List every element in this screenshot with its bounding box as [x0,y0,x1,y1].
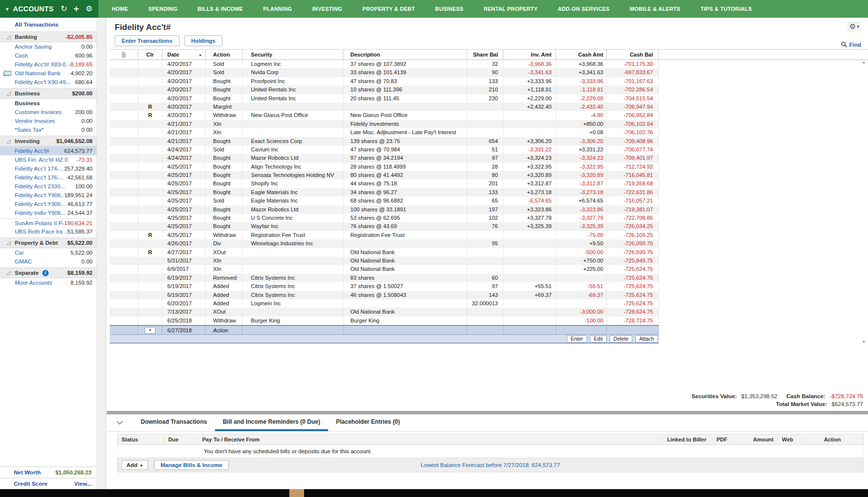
collapse-triangle-icon[interactable] [6,91,11,96]
account-item-ubs-fin-acc-t-hz-0[interactable]: UBS Fin. Acc't# HZ 0-73.31 [0,155,96,164]
account-item-old-national-bank[interactable]: Old National Bank4,902.20 [0,69,96,78]
transaction-row[interactable]: 4/25/2017BoughtEagle Materials Inc34 sha… [110,188,659,197]
account-group-banking[interactable]: Banking-$2,005.85 [0,31,96,42]
nav-item-bills-income[interactable]: BILLS & INCOME [197,6,243,12]
reminders-column-pdf[interactable]: PDF [713,437,735,442]
account-item-fidelity-acc-t-y906[interactable]: Fidelity Acc't Y906...189,951.24 [0,191,96,200]
transaction-row[interactable]: 4/25/2017BoughtSensata Technologies Hold… [110,171,659,179]
transaction-row[interactable]: R4/20/2017MargInt+2,432.40-2,432.40-706,… [110,103,659,111]
entry-inv-field[interactable] [503,326,556,334]
credit-score-view-link[interactable]: View... [74,481,92,487]
collapse-triangle-icon[interactable] [6,139,11,144]
transaction-row[interactable]: 4/21/2017BoughtExact Sciences Corp139 sh… [110,137,659,146]
account-item-more-accounts[interactable]: More Accounts8,159.92 [0,278,96,287]
account-item-ubs-roth-pace-ira[interactable]: UBS Roth Pace Ira ...51,585.37 [0,227,96,236]
account-item-fidelity-acc-t-174[interactable]: Fidelity Acc't 174-...257,329.40 [0,164,96,173]
entry-cash-field[interactable] [556,326,607,334]
reminders-column-status[interactable]: Status [118,437,164,442]
enter-button[interactable]: Enter [567,335,587,343]
register-actions-menu[interactable]: ⚙▾ [847,22,861,31]
account-item-fidelity-acc-t[interactable]: Fidelity Acc't#624,573.77 [0,146,96,155]
account-group-investing[interactable]: Investing$1,046,552.08 [0,136,96,146]
add-account-icon[interactable]: + [74,4,79,13]
info-icon[interactable]: i [42,270,49,276]
transaction-row[interactable]: 6/19/2017RemovedCitrix Systems Inc83 sha… [110,274,659,282]
account-item-fidelity-acc-t-176[interactable]: Fidelity Acc't 176-...42,561.68 [0,173,96,182]
reminders-column-pay-to-receive-from[interactable]: Pay To / Receive From [198,437,663,442]
transaction-row[interactable]: R4/27/2017XOutOld National Bank-500.00-7… [110,248,659,257]
transaction-row[interactable]: 4/20/2017SoldNvida Corp33 shares @ 101.4… [110,68,659,77]
taskbar-app-indicator[interactable] [289,489,304,497]
account-item-fidelity-acc-t-x83-0[interactable]: Fidelity Acc't# X83-0...-8,189.65 [0,60,96,69]
transaction-row[interactable]: 4/20/2017SoldLogmein Inc37 shares @ 107.… [110,60,659,68]
tab-bill-and-income-reminders-0-due[interactable]: Bill and Income Reminders (0 Due) [215,414,328,431]
collapse-triangle-icon[interactable] [6,241,11,245]
transaction-row[interactable]: 4/25/2017BoughtShopify Inc44 shares @ 75… [110,179,659,188]
transaction-row[interactable]: R4/20/2017WithdrawNew Glarus Post Office… [110,111,659,119]
transaction-row[interactable]: 4/25/2017BoughtU S Concrete Inc53 shares… [110,214,659,222]
account-item-vendor-invoices[interactable]: Vendor Invoices0.00 [0,117,96,125]
net-worth-label[interactable]: Net Worth [14,469,41,475]
attachment-column-header[interactable] [110,50,138,59]
account-group-property-debt[interactable]: Property & Debt$5,522.00 [0,237,96,248]
transaction-row[interactable]: 4/25/2017BoughtMazor Robotics Ltd100 sha… [110,205,659,214]
transaction-row[interactable]: 4/20/2017BoughtProofpoint Inc47 shares @… [110,77,659,86]
entry-security-field[interactable] [243,326,343,334]
transaction-row[interactable]: 7/13/2017XOutOld National Bank-3,000.00-… [110,308,659,316]
cash-amt-column-header[interactable]: Cash Amt [556,50,607,59]
transaction-row[interactable]: 4/24/2017BoughtMazor Robotics Ltd97 shar… [110,154,659,162]
nav-item-rental-property[interactable]: RENTAL PROPERTY [484,6,538,12]
account-item-fidelity-acc-t-y906[interactable]: Fidelity Acc't Y906...46,613.77 [0,200,96,208]
holdings-button[interactable]: Holdings [185,35,222,46]
transaction-row[interactable]: 6/20/2017AddedLogmein Inc32.000013-725,6… [110,299,659,308]
transaction-row[interactable]: 6/19/2017AddedCitrix Systems Inc46 share… [110,291,659,299]
security-column-header[interactable]: Security [243,50,343,59]
credit-score-label[interactable]: Credit Score [14,481,47,487]
nav-item-mobile-alerts[interactable]: MOBILE & ALERTS [630,6,681,12]
account-item-fidelity-acc-t-2330[interactable]: Fidelity Acc't 2330...100.00 [0,182,96,191]
reminders-column-web[interactable]: Web [778,437,802,442]
account-item-sales-tax[interactable]: *Sales Tax*0.00 [0,125,96,134]
account-item-fidelity-indiv-y906[interactable]: Fidelity Indiv Y906...24,544.37 [0,208,96,217]
scroll-up-icon[interactable]: ▲ [862,60,866,64]
add-reminder-button[interactable]: Add▼ [122,460,148,470]
reminders-column-due[interactable]: Due [164,437,198,442]
refresh-icon[interactable]: ↻ [61,5,67,13]
reminders-column-action[interactable]: Action [802,437,863,442]
transaction-row[interactable]: 4/25/2017BoughtAlign Technology Inc28 sh… [110,163,659,171]
nav-item-tips-tutorials[interactable]: TIPS & TUTORIALS [701,6,752,12]
description-column-header[interactable]: Description [343,50,467,59]
tab-download-transactions[interactable]: Download Transactions [133,414,215,431]
share-bal-column-header[interactable]: Share Bal [467,50,503,59]
scroll-down-icon[interactable]: ▼ [862,340,866,344]
account-item-business[interactable]: Business [0,99,96,108]
account-group-separate[interactable]: Separatei$8,159.92 [0,267,96,278]
nav-item-business[interactable]: BUSINESS [435,6,464,12]
transaction-row[interactable]: 4/20/2017BoughtUnited Rentals Inc10 shar… [110,86,659,94]
attach-button[interactable]: Attach [635,335,658,343]
transaction-row[interactable]: 6/9/2017XInOld National Bank+225.00-725,… [110,265,659,273]
account-item-car[interactable]: Car5,522.00 [0,248,96,257]
panel-splitter[interactable] [107,411,868,414]
collapse-triangle-icon[interactable] [6,35,11,39]
register-scrollbar[interactable]: ▲ ▼ [861,60,867,344]
clr-dropdown-button[interactable]: ▾ [145,327,155,334]
account-group-business[interactable]: Business$200.00 [0,88,96,99]
collapse-triangle-icon[interactable] [6,271,11,275]
sidebar-scroll-gutter[interactable] [96,18,106,489]
reminders-column-amount[interactable]: Amount [735,437,778,442]
entry-description-field[interactable] [343,326,467,334]
collapse-panel-chevron-icon[interactable] [117,421,123,425]
nav-item-planning[interactable]: PLANNING [263,6,292,12]
find-button[interactable]: Find [841,41,861,48]
nav-item-spending[interactable]: SPENDING [149,6,178,12]
transaction-row[interactable]: 4/25/2017BoughtWayfair Inc76 shares @ 43… [110,222,659,231]
nav-item-investing[interactable]: INVESTING [312,6,342,12]
transaction-row[interactable]: 4/26/2017DivWinnebago Industries Inc95+9… [110,239,659,248]
transaction-row[interactable]: 4/25/2017SoldEagle Materials Inc68 share… [110,197,659,205]
new-transaction-row[interactable]: ▾ 6/27/2018 Action [110,325,659,335]
cash-bal-column-header[interactable]: Cash Bal [607,50,659,59]
action-column-header[interactable]: Action [206,50,243,59]
accounts-caret-down-icon[interactable]: ▾ [6,6,9,12]
entry-date-field[interactable]: 6/27/2018 [162,326,206,334]
